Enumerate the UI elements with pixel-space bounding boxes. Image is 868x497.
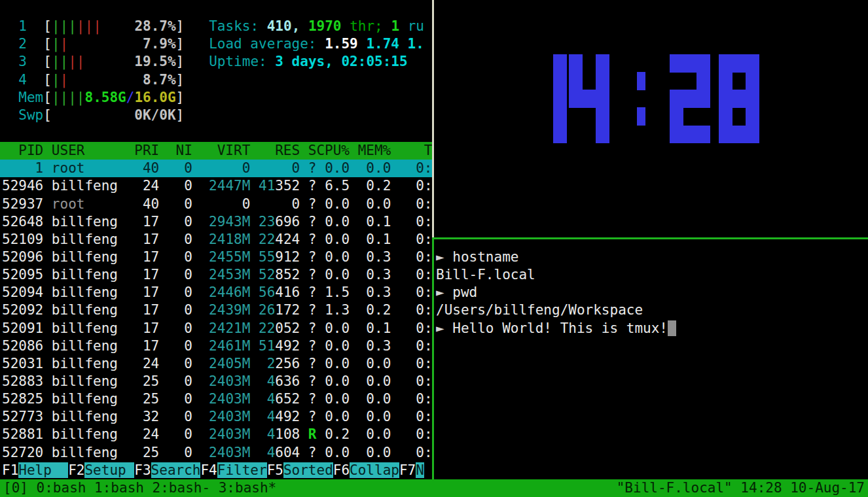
clock-digit-block — [683, 126, 697, 144]
process-row-pid-52720[interactable]: 52720 billfeng 25 0 2403M 4604 ? 0.0 0.0… — [0, 444, 433, 462]
clock-digit-block — [569, 72, 583, 90]
process-row-pid-52946[interactable]: 52946 billfeng 24 0 2447M 41352 ? 6.5 0.… — [0, 177, 433, 195]
tmux-terminal-screen: 1 [|||||| 28.7%] Tasks: 410, 1970 thr; 1… — [0, 0, 868, 497]
clock-pane[interactable] — [434, 0, 868, 237]
clock-digit-block — [746, 90, 759, 108]
clock-digit-block — [683, 90, 697, 108]
clock-digit-block — [583, 90, 596, 108]
clock-digit-block — [569, 90, 583, 108]
clock-digit-block — [696, 126, 710, 144]
fkey-F4[interactable]: F4Filter — [200, 462, 266, 478]
process-row-pid-52086[interactable]: 52086 billfeng 17 0 2461M 51492 ? 0.0 0.… — [0, 337, 433, 355]
htop-pane[interactable]: 1 [|||||| 28.7%] Tasks: 410, 1970 thr; 1… — [0, 0, 432, 479]
process-row-pid-52031[interactable]: 52031 billfeng 24 0 2405M 2256 ? 0.0 0.0… — [0, 355, 433, 373]
terminal-cursor — [668, 320, 676, 336]
clock-digit-block — [596, 90, 609, 108]
pane-border-vertical-inactive — [432, 0, 434, 237]
clock-digit-block — [746, 72, 759, 90]
process-row-pid-52881[interactable]: 52881 billfeng 24 0 2403M 4108 R 0.2 0.0… — [0, 426, 433, 443]
shell-command-line: ► hostname — [434, 248, 518, 266]
clock-digit-block — [746, 126, 759, 144]
process-row-pid-52091[interactable]: 52091 billfeng 17 0 2421M 22052 ? 0.0 0.… — [0, 320, 433, 337]
process-row-pid-52825[interactable]: 52825 billfeng 25 0 2403M 4652 ? 0.0 0.0… — [0, 390, 433, 408]
clock-digit-block — [637, 107, 645, 126]
fkey-F2[interactable]: F2Setup — [68, 462, 134, 478]
process-row-pid-52937[interactable]: 52937 root 40 0 0 0 ? 0.0 0.0 0: — [0, 196, 433, 213]
fkey-F1[interactable]: F1Help — [2, 462, 68, 478]
clock-digit-block — [719, 72, 732, 90]
process-row-pid-52094[interactable]: 52094 billfeng 17 0 2446M 56416 ? 1.5 0.… — [0, 284, 433, 301]
fkey-F5[interactable]: F5Sorted — [267, 462, 333, 478]
clock-digit-block — [719, 54, 732, 73]
process-row-pid-52773[interactable]: 52773 billfeng 32 0 2403M 4492 ? 0.0 0.0… — [0, 408, 433, 426]
swap-meter: Swp[ 0K/0K] — [0, 107, 184, 124]
process-row-pid-52095[interactable]: 52095 billfeng 17 0 2453M 52852 ? 0.0 0.… — [0, 266, 433, 284]
clock-digit-block — [696, 72, 710, 90]
process-row-pid-52109[interactable]: 52109 billfeng 17 0 2418M 22424 ? 0.0 0.… — [0, 231, 433, 248]
clock-digit-block — [719, 90, 732, 108]
process-row-pid-52092[interactable]: 52092 billfeng 17 0 2439M 26172 ? 1.3 0.… — [0, 301, 433, 319]
clock-digit-block — [719, 126, 732, 144]
clock-digit-block — [553, 90, 567, 108]
fkey-F3[interactable]: F3Search — [134, 462, 200, 478]
tmux-window-list[interactable]: [0] 0:bash 1:bash 2:bash- 3:bash* — [3, 479, 276, 497]
clock-digit-block — [553, 54, 567, 73]
clock-digit-block — [670, 126, 683, 144]
cpu-meter-3: 3 [|||| 19.5%] Uptime: 3 days, 02:05:15 — [0, 53, 408, 71]
shell-pane[interactable]: ► hostnameBill-F.local► pwd/Users/billfe… — [434, 239, 868, 479]
clock-digit-block — [696, 54, 710, 73]
shell-output-line: Bill-F.local — [434, 266, 535, 284]
shell-command-line: ► pwd — [434, 284, 477, 301]
cpu-meter-4: 4 [|| 8.7%] — [0, 71, 184, 89]
clock-digit-block — [596, 54, 609, 73]
shell-output-line: /Users/billfeng/Workspace — [434, 301, 643, 319]
clock-digit-block — [569, 54, 583, 73]
process-row-pid-52096[interactable]: 52096 billfeng 17 0 2455M 55912 ? 0.0 0.… — [0, 248, 433, 266]
clock-digit-block — [553, 126, 567, 144]
clock-digit-block — [670, 54, 683, 73]
pane-border-horizontal-active — [434, 237, 868, 239]
clock-digit-block — [696, 90, 710, 108]
clock-digit-block — [553, 107, 567, 126]
clock-digit-block — [719, 107, 732, 126]
clock-digit-block — [746, 107, 759, 126]
clock-digit-block — [596, 72, 609, 90]
clock-digit-block — [670, 107, 683, 126]
clock-digit-block — [746, 54, 759, 73]
cpu-meter-1: 1 [|||||| 28.7%] Tasks: 410, 1970 thr; 1… — [0, 18, 424, 35]
clock-digit-block — [732, 90, 746, 108]
process-row-pid-52883[interactable]: 52883 billfeng 25 0 2403M 4636 ? 0.0 0.0… — [0, 373, 433, 390]
clock-digit-block — [683, 54, 697, 73]
process-row-pid-1[interactable]: 1 root 40 0 0 0 ? 0.0 0.0 0: — [0, 160, 434, 177]
fkey-F7[interactable]: F7N — [399, 462, 424, 478]
pane-border-vertical-active — [432, 237, 434, 479]
clock-digit-block — [596, 126, 609, 144]
clock-digit-block — [596, 107, 609, 126]
clock-digit-block — [670, 90, 683, 108]
cpu-meter-2: 2 [|| 7.9%] Load average: 1.59 1.74 1. — [0, 35, 424, 53]
tmux-status-right: "Bill-F.local" 14:28 10-Aug-17 — [617, 479, 865, 497]
process-table-header[interactable]: PID USER PRI NI VIRT RES SCPU% MEM% T — [0, 142, 434, 160]
clock-digit-block — [553, 72, 567, 90]
clock-digit-block — [732, 54, 746, 73]
htop-fkey-bar: F1Help F2Setup F3SearchF4FilterF5SortedF… — [0, 462, 424, 479]
tmux-status-bar: [0] 0:bash 1:bash 2:bash- 3:bash* "Bill-… — [0, 479, 868, 497]
process-row-pid-52648[interactable]: 52648 billfeng 17 0 2943M 23696 ? 0.0 0.… — [0, 213, 433, 231]
clock-digit-block — [732, 126, 746, 144]
shell-command-line: ► Hello World! This is tmux! — [434, 320, 676, 337]
memory-meter: Mem[||||8.58G/16.0G] — [0, 89, 184, 107]
clock-digit-block — [637, 72, 645, 90]
fkey-F6[interactable]: F6Collap — [333, 462, 399, 478]
